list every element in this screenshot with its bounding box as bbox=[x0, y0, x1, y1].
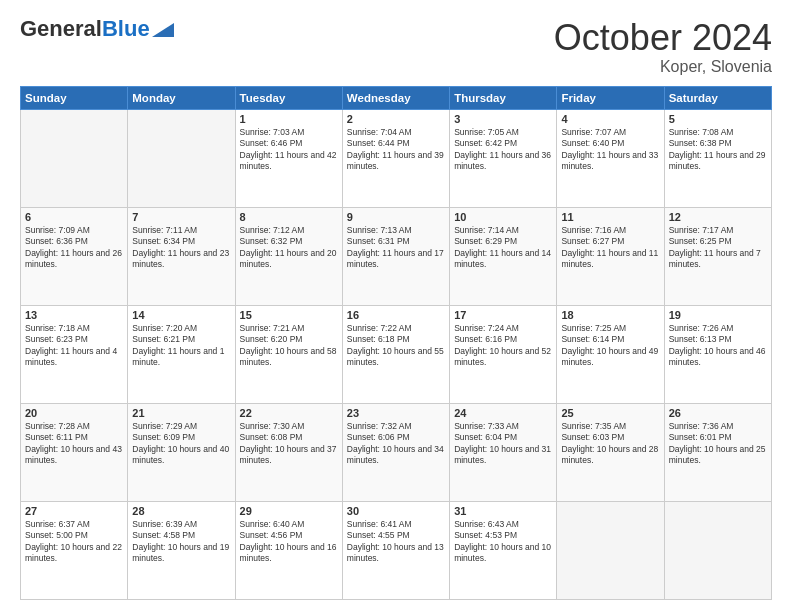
calendar-cell: 26Sunrise: 7:36 AMSunset: 6:01 PMDayligh… bbox=[664, 403, 771, 501]
calendar-cell bbox=[21, 109, 128, 207]
calendar-week-2: 6Sunrise: 7:09 AMSunset: 6:36 PMDaylight… bbox=[21, 207, 772, 305]
day-number: 9 bbox=[347, 211, 445, 223]
day-number: 19 bbox=[669, 309, 767, 321]
calendar-cell: 21Sunrise: 7:29 AMSunset: 6:09 PMDayligh… bbox=[128, 403, 235, 501]
title-block: October 2024 Koper, Slovenia bbox=[554, 18, 772, 76]
day-number: 5 bbox=[669, 113, 767, 125]
day-info: Sunrise: 7:24 AMSunset: 6:16 PMDaylight:… bbox=[454, 323, 552, 369]
day-number: 11 bbox=[561, 211, 659, 223]
calendar-cell: 23Sunrise: 7:32 AMSunset: 6:06 PMDayligh… bbox=[342, 403, 449, 501]
calendar-week-3: 13Sunrise: 7:18 AMSunset: 6:23 PMDayligh… bbox=[21, 305, 772, 403]
day-number: 24 bbox=[454, 407, 552, 419]
location: Koper, Slovenia bbox=[554, 58, 772, 76]
day-number: 20 bbox=[25, 407, 123, 419]
day-number: 23 bbox=[347, 407, 445, 419]
day-info: Sunrise: 7:20 AMSunset: 6:21 PMDaylight:… bbox=[132, 323, 230, 369]
day-info: Sunrise: 7:03 AMSunset: 6:46 PMDaylight:… bbox=[240, 127, 338, 173]
col-header-thursday: Thursday bbox=[450, 86, 557, 109]
calendar-cell: 15Sunrise: 7:21 AMSunset: 6:20 PMDayligh… bbox=[235, 305, 342, 403]
day-number: 17 bbox=[454, 309, 552, 321]
calendar-week-5: 27Sunrise: 6:37 AMSunset: 5:00 PMDayligh… bbox=[21, 501, 772, 599]
day-info: Sunrise: 7:09 AMSunset: 6:36 PMDaylight:… bbox=[25, 225, 123, 271]
day-number: 1 bbox=[240, 113, 338, 125]
calendar-cell: 10Sunrise: 7:14 AMSunset: 6:29 PMDayligh… bbox=[450, 207, 557, 305]
calendar-cell: 1Sunrise: 7:03 AMSunset: 6:46 PMDaylight… bbox=[235, 109, 342, 207]
day-info: Sunrise: 7:12 AMSunset: 6:32 PMDaylight:… bbox=[240, 225, 338, 271]
day-number: 10 bbox=[454, 211, 552, 223]
day-number: 29 bbox=[240, 505, 338, 517]
day-number: 3 bbox=[454, 113, 552, 125]
col-header-sunday: Sunday bbox=[21, 86, 128, 109]
logo-general: General bbox=[20, 16, 102, 41]
day-info: Sunrise: 7:29 AMSunset: 6:09 PMDaylight:… bbox=[132, 421, 230, 467]
calendar-cell: 28Sunrise: 6:39 AMSunset: 4:58 PMDayligh… bbox=[128, 501, 235, 599]
calendar-cell: 4Sunrise: 7:07 AMSunset: 6:40 PMDaylight… bbox=[557, 109, 664, 207]
day-info: Sunrise: 7:32 AMSunset: 6:06 PMDaylight:… bbox=[347, 421, 445, 467]
day-number: 26 bbox=[669, 407, 767, 419]
calendar-cell bbox=[664, 501, 771, 599]
day-number: 18 bbox=[561, 309, 659, 321]
page: GeneralBlue October 2024 Koper, Slovenia… bbox=[0, 0, 792, 612]
day-number: 14 bbox=[132, 309, 230, 321]
calendar-cell: 5Sunrise: 7:08 AMSunset: 6:38 PMDaylight… bbox=[664, 109, 771, 207]
day-info: Sunrise: 7:05 AMSunset: 6:42 PMDaylight:… bbox=[454, 127, 552, 173]
col-header-tuesday: Tuesday bbox=[235, 86, 342, 109]
calendar-cell: 27Sunrise: 6:37 AMSunset: 5:00 PMDayligh… bbox=[21, 501, 128, 599]
day-number: 28 bbox=[132, 505, 230, 517]
month-title: October 2024 bbox=[554, 18, 772, 58]
day-number: 7 bbox=[132, 211, 230, 223]
day-info: Sunrise: 6:40 AMSunset: 4:56 PMDaylight:… bbox=[240, 519, 338, 565]
calendar-cell: 8Sunrise: 7:12 AMSunset: 6:32 PMDaylight… bbox=[235, 207, 342, 305]
calendar: SundayMondayTuesdayWednesdayThursdayFrid… bbox=[20, 86, 772, 600]
day-info: Sunrise: 6:37 AMSunset: 5:00 PMDaylight:… bbox=[25, 519, 123, 565]
day-number: 22 bbox=[240, 407, 338, 419]
day-info: Sunrise: 7:22 AMSunset: 6:18 PMDaylight:… bbox=[347, 323, 445, 369]
calendar-cell: 18Sunrise: 7:25 AMSunset: 6:14 PMDayligh… bbox=[557, 305, 664, 403]
calendar-cell: 20Sunrise: 7:28 AMSunset: 6:11 PMDayligh… bbox=[21, 403, 128, 501]
day-number: 16 bbox=[347, 309, 445, 321]
calendar-cell: 31Sunrise: 6:43 AMSunset: 4:53 PMDayligh… bbox=[450, 501, 557, 599]
calendar-cell: 17Sunrise: 7:24 AMSunset: 6:16 PMDayligh… bbox=[450, 305, 557, 403]
logo-text: GeneralBlue bbox=[20, 18, 150, 40]
calendar-cell: 9Sunrise: 7:13 AMSunset: 6:31 PMDaylight… bbox=[342, 207, 449, 305]
day-info: Sunrise: 7:14 AMSunset: 6:29 PMDaylight:… bbox=[454, 225, 552, 271]
logo-blue: Blue bbox=[102, 16, 150, 41]
day-number: 13 bbox=[25, 309, 123, 321]
logo-arrow-icon bbox=[152, 23, 174, 37]
calendar-cell: 2Sunrise: 7:04 AMSunset: 6:44 PMDaylight… bbox=[342, 109, 449, 207]
day-number: 15 bbox=[240, 309, 338, 321]
day-info: Sunrise: 7:04 AMSunset: 6:44 PMDaylight:… bbox=[347, 127, 445, 173]
calendar-week-4: 20Sunrise: 7:28 AMSunset: 6:11 PMDayligh… bbox=[21, 403, 772, 501]
day-number: 30 bbox=[347, 505, 445, 517]
day-number: 6 bbox=[25, 211, 123, 223]
day-info: Sunrise: 7:36 AMSunset: 6:01 PMDaylight:… bbox=[669, 421, 767, 467]
calendar-cell: 14Sunrise: 7:20 AMSunset: 6:21 PMDayligh… bbox=[128, 305, 235, 403]
calendar-cell: 7Sunrise: 7:11 AMSunset: 6:34 PMDaylight… bbox=[128, 207, 235, 305]
calendar-cell: 24Sunrise: 7:33 AMSunset: 6:04 PMDayligh… bbox=[450, 403, 557, 501]
day-info: Sunrise: 6:41 AMSunset: 4:55 PMDaylight:… bbox=[347, 519, 445, 565]
header: GeneralBlue October 2024 Koper, Slovenia bbox=[20, 18, 772, 76]
calendar-cell: 13Sunrise: 7:18 AMSunset: 6:23 PMDayligh… bbox=[21, 305, 128, 403]
calendar-cell: 22Sunrise: 7:30 AMSunset: 6:08 PMDayligh… bbox=[235, 403, 342, 501]
day-number: 21 bbox=[132, 407, 230, 419]
calendar-cell: 30Sunrise: 6:41 AMSunset: 4:55 PMDayligh… bbox=[342, 501, 449, 599]
day-info: Sunrise: 7:26 AMSunset: 6:13 PMDaylight:… bbox=[669, 323, 767, 369]
day-info: Sunrise: 6:43 AMSunset: 4:53 PMDaylight:… bbox=[454, 519, 552, 565]
day-info: Sunrise: 7:11 AMSunset: 6:34 PMDaylight:… bbox=[132, 225, 230, 271]
day-info: Sunrise: 7:30 AMSunset: 6:08 PMDaylight:… bbox=[240, 421, 338, 467]
day-info: Sunrise: 7:13 AMSunset: 6:31 PMDaylight:… bbox=[347, 225, 445, 271]
day-info: Sunrise: 6:39 AMSunset: 4:58 PMDaylight:… bbox=[132, 519, 230, 565]
calendar-cell: 3Sunrise: 7:05 AMSunset: 6:42 PMDaylight… bbox=[450, 109, 557, 207]
day-info: Sunrise: 7:07 AMSunset: 6:40 PMDaylight:… bbox=[561, 127, 659, 173]
day-number: 4 bbox=[561, 113, 659, 125]
col-header-wednesday: Wednesday bbox=[342, 86, 449, 109]
calendar-cell: 12Sunrise: 7:17 AMSunset: 6:25 PMDayligh… bbox=[664, 207, 771, 305]
calendar-cell bbox=[128, 109, 235, 207]
calendar-cell: 16Sunrise: 7:22 AMSunset: 6:18 PMDayligh… bbox=[342, 305, 449, 403]
calendar-cell: 29Sunrise: 6:40 AMSunset: 4:56 PMDayligh… bbox=[235, 501, 342, 599]
day-number: 8 bbox=[240, 211, 338, 223]
calendar-cell: 19Sunrise: 7:26 AMSunset: 6:13 PMDayligh… bbox=[664, 305, 771, 403]
calendar-week-1: 1Sunrise: 7:03 AMSunset: 6:46 PMDaylight… bbox=[21, 109, 772, 207]
day-info: Sunrise: 7:21 AMSunset: 6:20 PMDaylight:… bbox=[240, 323, 338, 369]
calendar-cell: 11Sunrise: 7:16 AMSunset: 6:27 PMDayligh… bbox=[557, 207, 664, 305]
